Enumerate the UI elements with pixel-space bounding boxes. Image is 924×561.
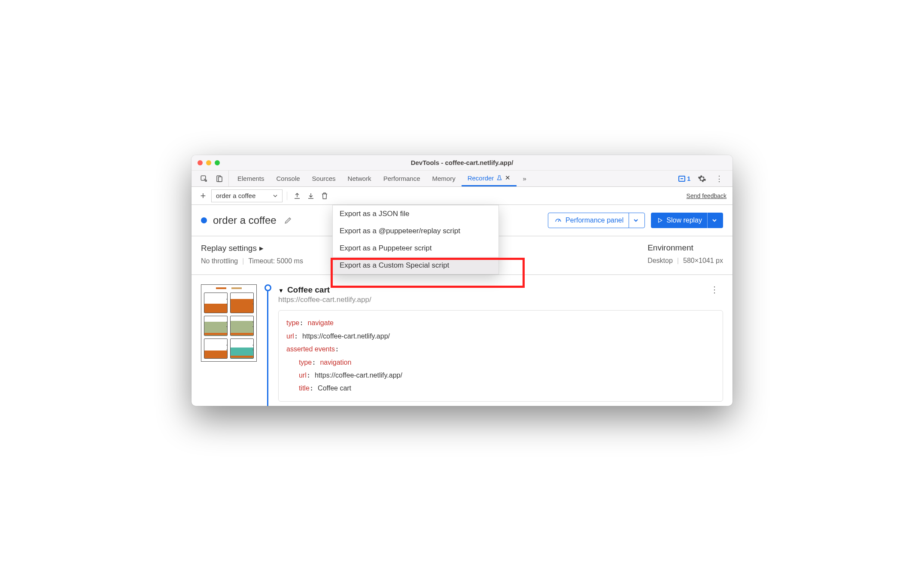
kebab-menu-icon[interactable]: ⋮ (714, 173, 725, 184)
timeline-node (264, 284, 271, 291)
chevron-down-icon (633, 218, 638, 223)
step-collapse-icon[interactable]: ▼ (278, 287, 284, 294)
performance-panel-dropdown[interactable] (629, 213, 638, 228)
tab-recorder-label: Recorder (468, 174, 494, 182)
step-more-icon[interactable]: ⋮ (710, 284, 719, 295)
flask-icon (496, 175, 502, 181)
gauge-icon (554, 216, 562, 224)
chevron-right-icon: ▸ (259, 243, 264, 253)
recording-title: order a coffee (213, 214, 277, 226)
timeline-rail (264, 284, 271, 401)
tab-sources[interactable]: Sources (306, 171, 342, 186)
export-custom-special-item[interactable]: Export as a Custom Special script (333, 257, 498, 274)
slow-replay-dropdown[interactable] (707, 213, 717, 228)
recording-status-dot (201, 217, 207, 223)
recording-selector-value: order a coffee (216, 192, 255, 199)
tab-recorder[interactable]: Recorder ✕ (462, 171, 517, 186)
import-icon[interactable] (292, 190, 303, 201)
add-recording-icon[interactable]: + (198, 190, 209, 201)
export-icon[interactable] (305, 190, 316, 201)
settings-icon[interactable] (696, 173, 708, 184)
svg-rect-2 (219, 177, 222, 181)
step-title: Coffee cart (287, 285, 330, 295)
page-thumbnail (201, 284, 257, 362)
step-card: ▼ Coffee cart ⋮ https://coffee-cart.netl… (278, 284, 723, 401)
replay-settings-toggle[interactable]: Replay settings ▸ (201, 243, 303, 253)
send-feedback-link[interactable]: Send feedback (687, 192, 726, 199)
tab-memory[interactable]: Memory (426, 171, 462, 186)
performance-panel-label: Performance panel (565, 216, 623, 224)
close-tab-icon[interactable]: ✕ (505, 174, 511, 182)
replay-settings-label: Replay settings (201, 244, 257, 253)
tab-network[interactable]: Network (342, 171, 377, 186)
chevron-down-icon (273, 193, 278, 198)
environment-device: Desktop (647, 257, 673, 265)
export-json-item[interactable]: Export as a JSON file (333, 205, 498, 223)
devtools-window: DevTools - coffee-cart.netlify.app/ Elem… (191, 155, 733, 406)
steps-body: ▼ Coffee cart ⋮ https://coffee-cart.netl… (191, 275, 733, 406)
environment-size: 580×1041 px (683, 257, 723, 265)
export-menu: Export as a JSON file Export as a @puppe… (332, 205, 499, 274)
issues-badge[interactable]: 1 (678, 175, 690, 182)
tab-bar: Elements Console Sources Network Perform… (191, 171, 733, 187)
delete-icon[interactable] (319, 190, 330, 201)
recorder-toolbar: + order a coffee Send feedback (191, 187, 733, 205)
export-puppeteer-replay-item[interactable]: Export as a @puppeteer/replay script (333, 223, 498, 240)
inspect-icon[interactable] (198, 173, 210, 184)
play-icon (657, 217, 663, 223)
tab-overflow[interactable]: » (517, 171, 532, 186)
titlebar: DevTools - coffee-cart.netlify.app/ (191, 155, 733, 171)
throttling-value: No throttling (201, 257, 238, 265)
issues-count: 1 (687, 175, 690, 182)
step-url: https://coffee-cart.netlify.app/ (278, 296, 723, 304)
slow-replay-label: Slow replay (666, 216, 702, 224)
tab-performance[interactable]: Performance (377, 171, 426, 186)
window-title: DevTools - coffee-cart.netlify.app/ (191, 159, 733, 166)
chevron-down-icon (712, 218, 717, 223)
issues-icon (678, 176, 685, 182)
device-toggle-icon[interactable] (214, 173, 225, 184)
step-code: type: navigate url: https://coffee-cart.… (278, 310, 723, 401)
export-puppeteer-item[interactable]: Export as a Puppeteer script (333, 240, 498, 257)
tab-elements[interactable]: Elements (231, 171, 271, 186)
edit-title-icon[interactable] (283, 215, 294, 226)
slow-replay-button[interactable]: Slow replay (651, 213, 723, 228)
timeout-value: Timeout: 5000 ms (248, 257, 303, 265)
performance-panel-button[interactable]: Performance panel (548, 213, 645, 228)
recording-selector[interactable]: order a coffee (211, 189, 283, 202)
tab-console[interactable]: Console (271, 171, 306, 186)
environment-title: Environment (647, 243, 723, 253)
